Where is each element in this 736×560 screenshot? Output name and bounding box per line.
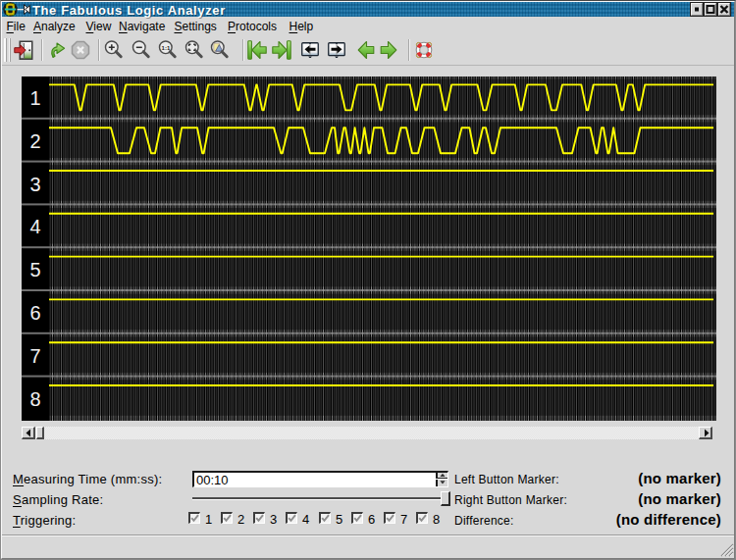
svg-text:5: 5 xyxy=(29,259,40,280)
svg-text:3: 3 xyxy=(29,174,40,195)
svg-text:4: 4 xyxy=(29,216,40,237)
svg-text:1:1: 1:1 xyxy=(162,45,171,51)
svg-text:7: 7 xyxy=(29,345,40,367)
svg-text:8: 8 xyxy=(29,388,40,410)
svg-text:2: 2 xyxy=(29,130,40,152)
svg-text:1: 1 xyxy=(29,87,40,109)
svg-text:6: 6 xyxy=(29,302,40,324)
